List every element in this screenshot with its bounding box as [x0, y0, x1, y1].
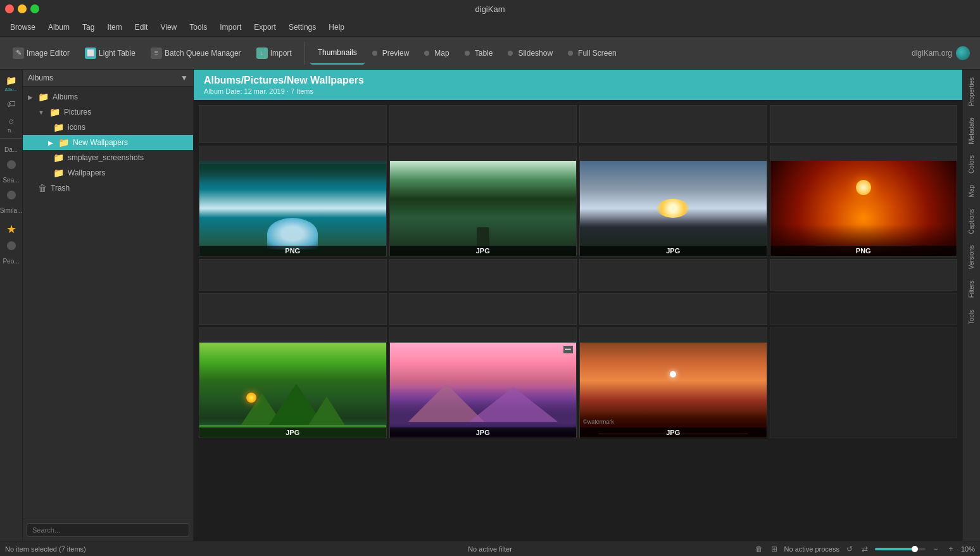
tree-dropdown-icon[interactable]: ▼: [180, 73, 188, 82]
circle-button-1[interactable]: [7, 160, 16, 169]
expand-arrow-pictures: ▼: [38, 109, 44, 116]
tree-item-icons[interactable]: 📁 icons: [23, 120, 193, 135]
map-dot: [424, 51, 429, 56]
album-title: Albums/Pictures/New Wallpapers: [204, 75, 952, 86]
preview-tab[interactable]: Preview: [365, 42, 417, 65]
thumb-tag: •••: [563, 346, 573, 353]
thumb-label-4: PNG: [770, 246, 957, 256]
table-tab[interactable]: Table: [457, 42, 501, 65]
slideshow-dot: [508, 51, 513, 56]
light-table-button[interactable]: ⬜ Light Table: [77, 42, 143, 65]
batch-queue-button[interactable]: ≡ Batch Queue Manager: [143, 42, 249, 65]
folder-icon-wallpapers: 📁: [53, 168, 64, 178]
import-button[interactable]: ↓ Import: [249, 42, 299, 65]
search-sidebar-icon: Sea...: [6, 174, 17, 186]
tree-item-pictures[interactable]: ▼ 📁 Pictures: [23, 104, 193, 120]
tree-item-trash[interactable]: 🗑 Trash: [23, 180, 193, 196]
right-panel: Properties Metadata Colors Map Captions …: [962, 70, 980, 541]
close-button[interactable]: [5, 4, 14, 13]
search-input[interactable]: [27, 523, 189, 537]
zoom-thumb[interactable]: [912, 546, 918, 552]
thumb-empty-top-9: [199, 293, 387, 325]
status-filter: No active filter: [332, 545, 648, 553]
thumbnails-tab[interactable]: Thumbnails: [310, 42, 365, 65]
panel-versions[interactable]: Versions: [965, 240, 977, 274]
menu-help[interactable]: Help: [324, 21, 349, 34]
tree-item-wallpapers[interactable]: 📁 Wallpapers: [23, 165, 193, 180]
zoom-minus-icon[interactable]: −: [931, 544, 941, 554]
similar-icon: Simila...: [6, 205, 17, 216]
panel-properties[interactable]: Properties: [965, 72, 977, 111]
star-icon[interactable]: ★: [4, 220, 19, 239]
menu-tools[interactable]: Tools: [184, 21, 212, 34]
thumbnail-1[interactable]: PNG: [199, 146, 387, 256]
thumb-label-5: JPG: [199, 427, 386, 438]
minimize-button[interactable]: [18, 4, 27, 13]
refresh-icon[interactable]: ↺: [845, 544, 855, 554]
grid-status-icon[interactable]: ⊞: [769, 544, 779, 554]
thumbnail-7[interactable]: ©watermark JPG: [579, 327, 767, 438]
titlebar: digiKam: [0, 0, 980, 18]
thumbnail-5[interactable]: JPG: [199, 327, 387, 438]
trash-status-icon[interactable]: 🗑: [754, 544, 764, 554]
circle-button-2[interactable]: [7, 191, 16, 199]
image-editor-icon: ✎: [13, 47, 24, 59]
thumbnail-grid: PNG JPG JPG PNG: [194, 100, 962, 541]
slideshow-tab[interactable]: Slideshow: [500, 42, 560, 65]
folder-icon-pictures: 📁: [49, 107, 60, 117]
thumbnail-4[interactable]: PNG: [770, 146, 958, 256]
menu-album[interactable]: Album: [43, 21, 75, 34]
sidebar-item-timeline[interactable]: ⏱ Ti...: [1, 113, 22, 136]
table-dot: [465, 51, 470, 56]
thumbnail-img-2: [390, 161, 577, 256]
import-icon: ↓: [256, 47, 268, 59]
zoom-plus-icon[interactable]: +: [946, 544, 956, 554]
folder-icon-icons: 📁: [53, 122, 64, 132]
thumb-label-6: JPG: [390, 427, 577, 438]
thumbnail-2[interactable]: JPG: [389, 146, 577, 256]
albums-icon: 📁: [6, 75, 17, 86]
expand-arrow-wallpapers: ▶: [48, 139, 53, 146]
sidebar-item-people[interactable]: Peo...: [1, 253, 22, 269]
menu-import[interactable]: Import: [215, 21, 246, 34]
thumbnail-6[interactable]: ••• JPG: [389, 327, 577, 438]
digikam-org-link[interactable]: digiKam.org: [912, 46, 975, 60]
sidebar-item-similar[interactable]: Simila...: [1, 202, 22, 218]
fullscreen-tab[interactable]: Full Screen: [560, 42, 624, 65]
sidebar-item-albums[interactable]: 📁 Albu...: [1, 72, 22, 94]
panel-map[interactable]: Map: [965, 180, 977, 202]
tree-item-new-wallpapers[interactable]: ▶ 📁 New Wallpapers: [23, 135, 193, 150]
tree-item-smplayer[interactable]: 📁 smplayer_screenshots: [23, 150, 193, 165]
thumbnail-3[interactable]: JPG: [579, 146, 767, 256]
sidebar-item-search[interactable]: Sea...: [1, 172, 22, 188]
thumb-empty-4: [770, 105, 958, 143]
thumbnail-img-7: ©watermark: [580, 343, 767, 438]
zoom-slider[interactable]: [875, 548, 926, 550]
thumbnail-img-6: •••: [390, 343, 577, 438]
menu-tag[interactable]: Tag: [77, 21, 99, 34]
sidebar-item-da[interactable]: Da...: [1, 141, 22, 158]
circle-button-3[interactable]: [7, 241, 16, 250]
maximize-button[interactable]: [30, 4, 39, 13]
panel-metadata[interactable]: Metadata: [965, 113, 977, 149]
panel-filters[interactable]: Filters: [965, 275, 977, 303]
menu-edit[interactable]: Edit: [130, 21, 153, 34]
sidebar-item-tags[interactable]: 🏷: [1, 96, 22, 112]
thumb-empty-5: [199, 259, 387, 291]
thumb-empty-top-10: [389, 293, 577, 325]
panel-colors[interactable]: Colors: [965, 150, 977, 179]
panel-tools[interactable]: Tools: [965, 305, 977, 329]
tree-item-albums-root[interactable]: ▶ 📁 Albums: [23, 89, 193, 104]
light-table-icon: ⬜: [85, 47, 96, 59]
map-tab[interactable]: Map: [417, 42, 456, 65]
sync-icon[interactable]: ⇄: [860, 544, 870, 554]
menu-settings[interactable]: Settings: [284, 21, 321, 34]
menu-export[interactable]: Export: [249, 21, 281, 34]
menu-browse[interactable]: Browse: [5, 21, 41, 34]
image-editor-button[interactable]: ✎ Image Editor: [5, 42, 77, 65]
status-process: No active process: [784, 545, 839, 553]
menu-view[interactable]: View: [155, 21, 182, 34]
thumb-empty-3: [579, 105, 767, 143]
menu-item[interactable]: Item: [102, 21, 127, 34]
panel-captions[interactable]: Captions: [965, 204, 977, 239]
